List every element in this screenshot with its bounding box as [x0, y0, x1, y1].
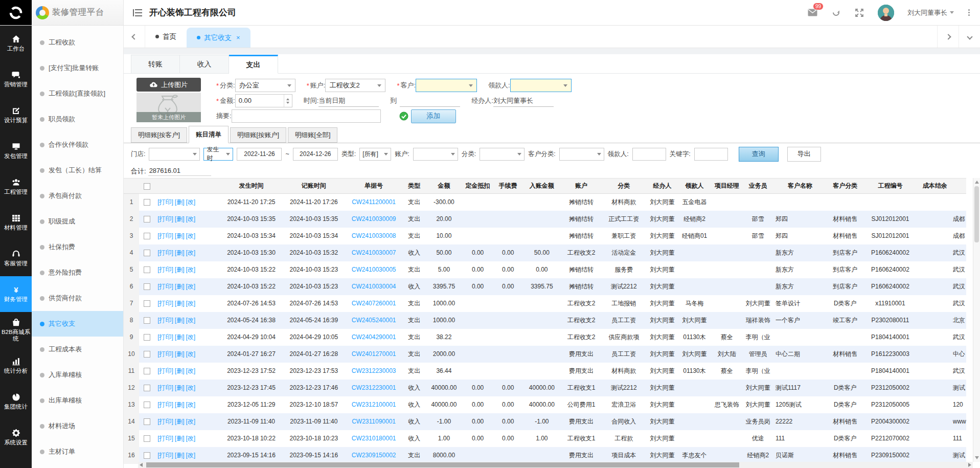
action-link[interactable]: [删] [175, 232, 185, 239]
action-link[interactable]: [删] [175, 401, 185, 408]
action-link[interactable]: [改] [186, 384, 195, 391]
action-link[interactable]: [删] [175, 249, 185, 256]
row-checkbox[interactable] [144, 300, 150, 307]
user-menu[interactable]: 刘大同董事长 [907, 8, 954, 17]
sidebar-item-11[interactable]: 其它收支 [32, 311, 123, 337]
user-avatar[interactable] [878, 5, 894, 21]
time-to-value[interactable] [400, 95, 460, 107]
row-checkbox[interactable] [144, 402, 150, 408]
row-checkbox[interactable] [144, 216, 150, 222]
add-button[interactable]: 添加 [411, 109, 456, 123]
scroll-left-arrow-icon[interactable] [140, 463, 143, 467]
action-link[interactable]: [改] [186, 401, 195, 408]
date-field-select[interactable]: 发生时 [203, 148, 233, 161]
row-checkbox[interactable] [144, 317, 150, 324]
action-link[interactable]: [打印] [157, 367, 173, 374]
cell-link[interactable]: CW2411200001 [345, 194, 402, 211]
action-link[interactable]: [删] [175, 317, 185, 324]
tab-home[interactable]: 首页 [145, 26, 187, 48]
fullscreen-button[interactable] [854, 8, 864, 18]
cell-link[interactable]: CW2312230001 [345, 380, 402, 396]
action-link[interactable]: [打印] [157, 452, 173, 459]
action-link[interactable]: [删] [175, 198, 185, 206]
action-link[interactable]: [打印] [157, 333, 173, 341]
amount-input[interactable]: 0.00 [235, 94, 292, 107]
action-link[interactable]: [删] [175, 333, 185, 341]
action-link[interactable]: [删] [175, 384, 185, 391]
action-link[interactable]: [打印] [157, 249, 173, 256]
rail-item-bag[interactable]: B2B商城系统 [0, 312, 32, 348]
query-button[interactable]: 查询 [739, 147, 779, 162]
action-link[interactable]: [打印] [157, 232, 173, 239]
row-checkbox[interactable] [144, 266, 150, 273]
date-to-input[interactable]: 2024-12-26 [293, 148, 338, 161]
action-link[interactable]: [改] [186, 232, 195, 239]
cell-link[interactable]: CW2410030007 [345, 244, 402, 261]
subtab-明细账[按账户][interactable]: 明细账[按账户] [230, 127, 286, 143]
action-link[interactable]: [改] [186, 452, 195, 459]
sidebar-item-13[interactable]: 入库单稽核 [32, 362, 123, 388]
sidebar-item-1[interactable]: [支付宝]批量转账 [32, 55, 123, 81]
sidebar-item-0[interactable]: 工程收款 [32, 30, 123, 55]
action-link[interactable]: [删] [175, 215, 185, 222]
action-link[interactable]: [删] [175, 418, 185, 425]
action-link[interactable]: [删] [175, 452, 185, 459]
account-select[interactable]: 工程收支2 [325, 79, 385, 92]
sidebar-item-8[interactable]: 社保扣费 [32, 234, 123, 260]
action-link[interactable]: [改] [186, 300, 195, 307]
action-link[interactable]: [打印] [157, 300, 173, 307]
action-link[interactable]: [删] [175, 367, 185, 374]
sidebar-item-15[interactable]: 材料进场 [32, 413, 123, 439]
sidebar-item-16[interactable]: 主材订单 [32, 439, 123, 464]
action-link[interactable]: [改] [186, 435, 195, 442]
entry-tab-转账[interactable]: 转账 [131, 55, 180, 73]
sidebar-item-14[interactable]: 出库单稽核 [32, 388, 123, 413]
select-all-checkbox[interactable] [144, 183, 150, 190]
payee-filter-input[interactable] [632, 148, 666, 161]
vertical-scroll-thumb[interactable] [974, 186, 979, 242]
action-link[interactable]: [打印] [157, 317, 173, 324]
tab-other-income-expense[interactable]: 其它收支 × [187, 28, 250, 48]
row-checkbox[interactable] [144, 385, 150, 391]
cell-link[interactable]: CW2310180001 [345, 430, 402, 447]
cell-link[interactable]: CW2407260001 [345, 295, 402, 312]
rail-item-pie[interactable]: 集团统计 [0, 384, 32, 419]
action-link[interactable]: [打印] [157, 215, 173, 222]
subtab-明细账[全部][interactable]: 明细账[全部] [288, 127, 337, 143]
cell-link[interactable]: CW2410030009 [345, 211, 402, 228]
row-checkbox[interactable] [144, 418, 150, 425]
subtab-账目清单[interactable]: 账目清单 [189, 126, 229, 143]
app-logo[interactable] [0, 0, 32, 25]
refresh-button[interactable] [831, 8, 841, 18]
sidebar-item-2[interactable]: 工程领款[直接领款] [32, 81, 123, 106]
horizontal-scroll-thumb[interactable] [146, 462, 739, 467]
subtab-明细账[按客户][interactable]: 明细账[按客户] [131, 127, 187, 143]
rail-item-bar[interactable]: 统计分析 [0, 348, 32, 384]
horizontal-scrollbar[interactable] [138, 462, 973, 468]
sidebar-item-9[interactable]: 意外险扣费 [32, 260, 123, 285]
row-checkbox[interactable] [144, 368, 150, 374]
sidebar-item-3[interactable]: 职员领款 [32, 106, 123, 132]
rail-item-edit[interactable]: 设计预算 [0, 97, 32, 133]
type-select[interactable]: [所有] [359, 148, 391, 161]
action-link[interactable]: [改] [186, 333, 195, 341]
tabs-list-button[interactable] [959, 26, 980, 48]
action-link[interactable]: [打印] [157, 350, 173, 358]
entry-tab-收入[interactable]: 收入 [180, 55, 229, 73]
summary-input[interactable] [232, 109, 381, 123]
sidebar-item-5[interactable]: 发包（工长）结算 [32, 158, 123, 183]
action-link[interactable]: [改] [186, 350, 195, 358]
upload-image-button[interactable]: 上传图片 [136, 78, 201, 92]
rail-item-chat[interactable]: 营销管理 [0, 61, 32, 97]
cell-link[interactable]: CW2410030008 [345, 228, 402, 244]
scroll-right-arrow-icon[interactable] [968, 463, 971, 467]
row-checkbox[interactable] [144, 199, 150, 206]
date-from-input[interactable]: 2022-11-26 [237, 148, 282, 161]
cell-link[interactable]: CW2410030004 [345, 278, 402, 295]
more-menu-icon[interactable] [967, 8, 971, 17]
cell-link[interactable]: CW2312230003 [345, 363, 402, 380]
keyword-input[interactable] [694, 148, 728, 161]
amount-stepper[interactable] [284, 95, 292, 107]
action-link[interactable]: [改] [186, 283, 195, 290]
cell-link[interactable]: CW2410030005 [345, 261, 402, 278]
